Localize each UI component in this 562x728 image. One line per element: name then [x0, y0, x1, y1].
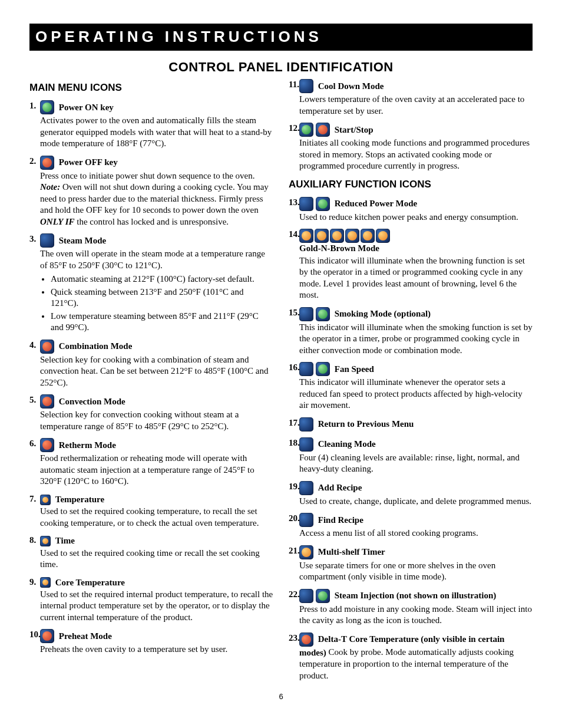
item-number: 10.: [29, 629, 41, 641]
list-item: 17. Return to Previous Menu: [289, 417, 533, 431]
list-item: 23. Delta-T Core Temperature (only visib…: [289, 633, 533, 681]
item-number: 2.: [29, 156, 36, 167]
item-number: 22.: [289, 589, 300, 601]
item-header: Delta-T Core Temperature (only visible i…: [299, 634, 514, 680]
list-item: 10. Preheat ModePreheats the oven cavity…: [29, 629, 273, 655]
item-body: Used to create, change, duplicate, and d…: [299, 496, 533, 508]
item-label: Core Temperature: [55, 577, 125, 587]
item-label: Reduced Power Mode: [335, 199, 418, 208]
steam-mode-icon: [40, 233, 54, 248]
item-body: Used to set the required cooking time or…: [40, 548, 273, 571]
list-item: 19. Add RecipeUsed to create, change, du…: [289, 481, 533, 508]
item-number: 21.: [289, 545, 300, 557]
item-label: Temperature: [55, 495, 104, 504]
item-number: 5.: [29, 394, 36, 406]
item-number: 13.: [289, 197, 300, 209]
item-header: Reduced Power Mode: [299, 198, 417, 207]
item-label: Start/Stop: [335, 125, 373, 134]
item-header: Smoking Mode (optional): [299, 308, 431, 318]
item-body: Used to set the required cooking tempera…: [40, 506, 273, 529]
list-item: 18. Cleaning ModeFour (4) cleaning level…: [289, 437, 533, 475]
item-header: Find Recipe: [299, 515, 363, 524]
item-body: Selection key for cooking with a combina…: [40, 354, 273, 389]
core-temperature-icon: [40, 577, 51, 588]
two-column-layout: MAIN MENU ICONS 1. Power ON keyActivates…: [29, 79, 533, 687]
item-number: 20.: [289, 513, 300, 525]
item-header: Return to Previous Menu: [299, 419, 414, 428]
temperature-icon: [40, 495, 51, 505]
gold-n-brown-level-2-icon: [315, 229, 329, 243]
item-label: Cool Down Mode: [318, 81, 384, 91]
item-header: Temperature: [40, 494, 104, 503]
list-item: 2. Power OFF keyPress once to initiate p…: [29, 156, 273, 228]
item-header: Convection Mode: [40, 396, 125, 406]
item-header: Combination Mode: [40, 341, 132, 350]
item-header: Add Recipe: [299, 482, 362, 492]
right-column: 11. Cool Down ModeLowers temperature of …: [289, 79, 533, 687]
list-item: 14.Gold-N-Brown ModeThis indicator will …: [289, 229, 533, 301]
item-header: Time: [40, 535, 75, 545]
item-label: Steam Mode: [59, 236, 106, 245]
smoking-mode-icon-a: [299, 307, 313, 321]
item-number: 17.: [289, 417, 300, 429]
page-banner: OPERATING INSTRUCTIONS: [29, 24, 533, 51]
gold-n-brown-level-6-icon: [376, 229, 390, 243]
item-label: Power ON key: [59, 103, 114, 112]
list-item: 7. TemperatureUsed to set the required c…: [29, 493, 273, 529]
item-number: 3.: [29, 233, 36, 245]
gold-n-brown-level-1-icon: [299, 229, 313, 243]
auxiliary-heading: AUXILIARY FUNCTION ICONS: [289, 178, 533, 191]
item-body: Press once to initiate power shut down s…: [40, 170, 273, 228]
list-item: 8. TimeUsed to set the required cooking …: [29, 535, 273, 570]
item-body: Access a menu list of all stored cooking…: [299, 528, 533, 539]
item-body: This indicator will illuminate when the …: [299, 322, 533, 357]
convection-mode-icon: [40, 394, 54, 409]
item-header: Power ON key: [40, 102, 114, 111]
item-label: Steam Injection (not shown on illustrati…: [335, 591, 497, 600]
return-icon: [299, 417, 313, 431]
item-body: Four (4) cleaning levels are available: …: [299, 452, 533, 475]
list-item: 15. Smoking Mode (optional)This indicato…: [289, 307, 533, 357]
list-item: 6. Retherm ModeFood rethermalization or …: [29, 438, 273, 487]
item-label: Retherm Mode: [59, 440, 116, 450]
item-body: Lowers temperature of the oven cavity at…: [299, 94, 533, 117]
item-number: 14.: [289, 229, 300, 241]
start-icon: [299, 123, 313, 137]
gold-n-brown-level-3-icon: [330, 229, 344, 243]
sub-bullets: Automatic steaming at 212°F (100°C) fact…: [51, 274, 273, 334]
item-number: 23.: [289, 633, 300, 644]
item-body: Use separate timers for one or more shel…: [299, 560, 533, 583]
item-body: Preheats the oven cavity to a temperatur…: [40, 644, 273, 655]
item-label: Smoking Mode (optional): [335, 309, 431, 318]
list-item: 12. Start/StopInitiates all cooking mode…: [289, 123, 533, 172]
item-number: 11.: [289, 79, 299, 91]
list-item: 3. Steam ModeThe oven will operate in th…: [29, 233, 273, 334]
fan-speed-icon-a: [299, 362, 313, 376]
item-body: The oven will operate in the steam mode …: [40, 248, 273, 271]
sub-bullet: Automatic steaming at 212°F (100°C) fact…: [51, 274, 273, 285]
list-item: 16. Fan SpeedThis indicator will illumin…: [289, 362, 533, 411]
list-item: 21. Multi-shelf TimerUse separate timers…: [289, 545, 533, 583]
item-body: Cook by probe. Mode automatically adjust…: [299, 647, 514, 680]
item-label: Power OFF key: [59, 157, 118, 167]
find-recipe-icon: [299, 513, 313, 527]
item-body: Press to add moisture in any cooking mod…: [299, 604, 533, 627]
item-number: 18.: [289, 437, 300, 449]
item-header: Fan Speed: [299, 364, 374, 373]
item-body: This indicator will illuminate when the …: [299, 255, 533, 301]
item-body: This indicator will illuminate whenever …: [299, 377, 533, 411]
item-header: Preheat Mode: [40, 631, 112, 640]
steam-injection-icon-a: [299, 589, 313, 603]
item-number: 19.: [289, 481, 300, 493]
item-header: Cleaning Mode: [299, 439, 376, 448]
list-item: 1. Power ON keyActivates power to the ov…: [29, 100, 273, 150]
item-header: Multi-shelf Timer: [299, 546, 385, 556]
cleaning-mode-icon: [299, 437, 313, 452]
gold-n-brown-level-5-icon: [361, 229, 375, 243]
cool-down-mode-icon: [299, 79, 313, 93]
list-item: 22. Steam Injection (not shown on illust…: [289, 589, 533, 627]
add-recipe-icon: [299, 481, 313, 495]
multi-shelf-timer-icon: [299, 545, 313, 559]
smoking-mode-icon-b: [316, 307, 330, 321]
list-item: 20. Find RecipeAccess a menu list of all…: [289, 513, 533, 539]
